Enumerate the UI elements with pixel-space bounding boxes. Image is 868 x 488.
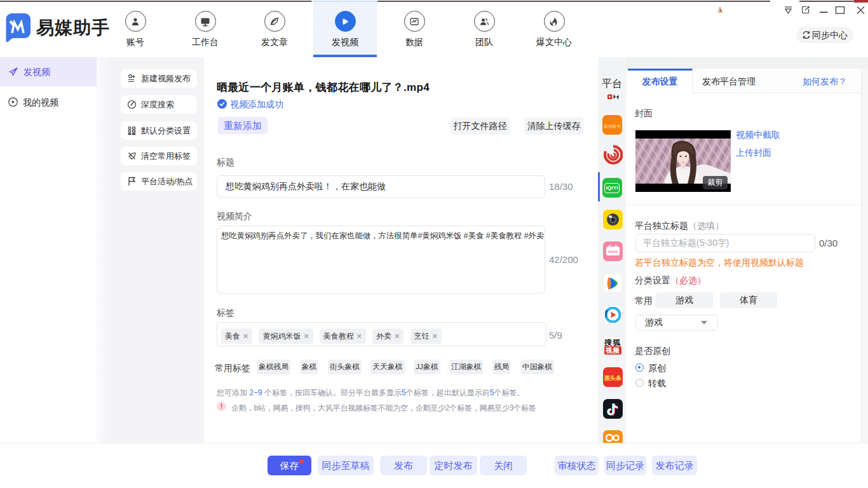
svg-text:bilibili: bilibili xyxy=(608,250,618,254)
